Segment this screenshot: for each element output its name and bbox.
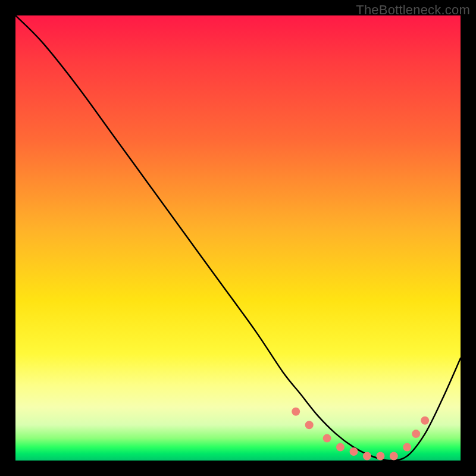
highlight-dot (412, 430, 420, 438)
highlight-dot (305, 421, 314, 429)
highlight-dot (336, 443, 345, 452)
highlight-dot (323, 434, 331, 443)
highlight-dot (363, 452, 371, 461)
highlight-dot (376, 452, 384, 461)
highlight-dot (403, 443, 411, 452)
highlight-dot (421, 416, 429, 425)
bottleneck-curve (15, 15, 461, 461)
highlight-dot (292, 408, 300, 416)
chart-svg (15, 15, 461, 461)
highlight-dots-group (292, 408, 429, 461)
highlight-dot (390, 452, 398, 461)
watermark-text: TheBottleneck.com (356, 2, 470, 18)
chart-plot-area (15, 15, 461, 461)
highlight-dot (350, 447, 358, 456)
chart-frame: TheBottleneck.com (0, 0, 476, 476)
